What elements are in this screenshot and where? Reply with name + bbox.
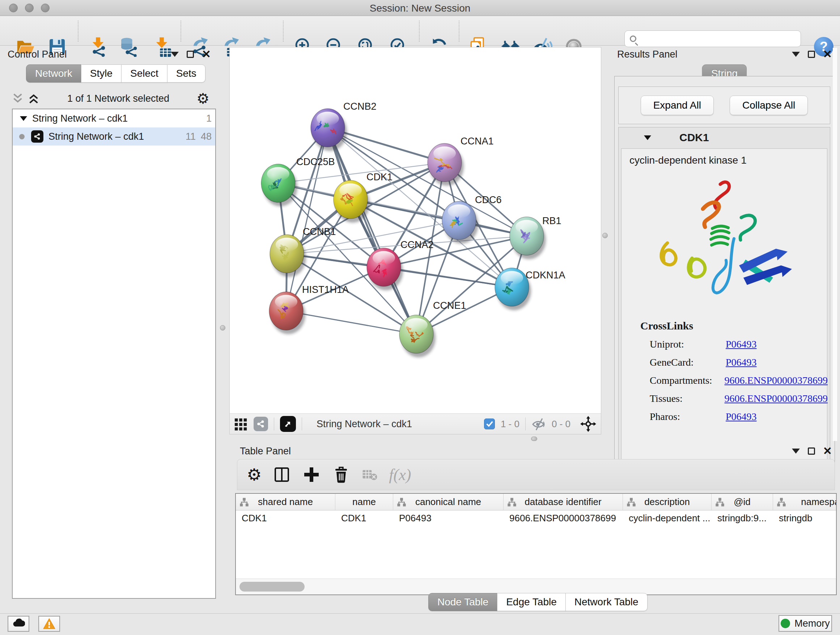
protein-section: CDK1 cyclin-dependent kinase 1	[618, 127, 830, 467]
column-header-description[interactable]: description	[623, 494, 712, 510]
search-box[interactable]	[624, 30, 801, 47]
tab-sets[interactable]: Sets	[167, 65, 205, 82]
collection-expand-caret-icon[interactable]	[20, 116, 27, 121]
network-view: CCNB2CCNA1CDC25BCDK1CDC6RB1CCNB1CCNA2CDK…	[229, 47, 601, 434]
bottom-splitter-handle[interactable]	[531, 437, 537, 441]
close-panel-icon[interactable]: ✕	[823, 51, 832, 58]
protein-section-header[interactable]: CDK1	[619, 127, 830, 148]
results-panel-title: Results Panel	[617, 49, 677, 60]
network-row-selected[interactable]: String Network – cdk1 11 48	[13, 127, 215, 146]
network-options-gear-icon[interactable]: ⚙	[196, 91, 210, 106]
selected-elements-checkbox[interactable]	[484, 418, 495, 429]
network-edge-count: 48	[201, 131, 212, 142]
collapse-panel-icon[interactable]	[171, 52, 179, 57]
protein-structure-image	[649, 174, 801, 312]
column-header-name[interactable]: name	[335, 494, 393, 510]
tab-style[interactable]: Style	[81, 65, 122, 82]
collapse-all-button[interactable]: Collapse All	[729, 96, 808, 115]
hidden-count: 0 - 0	[552, 418, 570, 430]
node-table: shared namenamecanonical namedatabase id…	[235, 493, 837, 595]
network-node-CDC6[interactable]	[442, 201, 478, 244]
add-column-icon[interactable]	[302, 465, 321, 484]
tab-node-table[interactable]: Node Table	[428, 593, 497, 611]
expand-all-button[interactable]: Expand All	[641, 96, 714, 115]
tab-network[interactable]: Network	[26, 65, 81, 82]
control-panel-tabs: Network Style Select Sets	[27, 65, 205, 82]
column-header-database-identifier[interactable]: database identifier	[504, 494, 623, 510]
table-cell[interactable]: cyclin-dependent ...	[623, 510, 712, 526]
table-panel: Table Panel ✕ ⚙ f(x) shared namenamecano…	[234, 445, 838, 616]
column-header-canonical-name[interactable]: canonical name	[393, 494, 504, 510]
table-cell[interactable]: CDK1	[236, 510, 335, 526]
collapse-panel-icon[interactable]	[792, 52, 800, 57]
toolbar-separator	[283, 21, 284, 42]
clear-table-icon[interactable]	[362, 466, 378, 483]
show-columns-icon[interactable]	[272, 465, 291, 484]
section-expand-caret-icon[interactable]	[644, 135, 651, 140]
close-panel-icon[interactable]: ✕	[202, 51, 211, 58]
tab-edge-table[interactable]: Edge Table	[497, 593, 566, 611]
tab-network-table[interactable]: Network Table	[565, 593, 647, 611]
string-view-icon[interactable]	[254, 417, 268, 431]
search-input[interactable]	[641, 33, 796, 44]
table-cell[interactable]: stringdb	[773, 510, 837, 526]
crosslink-link[interactable]: 9606.ENSP00000378699	[725, 375, 828, 386]
detach-view-icon[interactable]	[280, 416, 296, 432]
network-collection-row[interactable]: String Network – cdk1 1	[13, 109, 215, 127]
main-toolbar: ?	[0, 16, 840, 46]
crosslink-link[interactable]: P06493	[726, 411, 757, 423]
table-options-gear-icon[interactable]: ⚙	[247, 465, 262, 484]
results-panel: Results Panel ✕ String Expand All Collap…	[611, 47, 838, 442]
network-node-CDK1[interactable]	[333, 180, 370, 223]
column-header-label: description	[644, 496, 690, 508]
right-splitter-handle[interactable]	[602, 233, 608, 238]
table-header-row[interactable]: shared namenamecanonical namedatabase id…	[236, 494, 836, 510]
crosslink-row: Tissues:9606.ENSP00000378699	[622, 393, 828, 404]
network-canvas[interactable]: CCNB2CCNA1CDC25BCDK1CDC6RB1CCNB1CCNA2CDK…	[230, 48, 601, 413]
expand-all-icon[interactable]	[27, 92, 40, 105]
collapse-all-icon[interactable]	[11, 92, 24, 105]
network-node-HIST1H1A[interactable]	[269, 292, 305, 334]
column-header--id[interactable]: @id	[712, 494, 773, 510]
cloud-status-button[interactable]	[8, 616, 29, 632]
left-splitter-handle[interactable]	[220, 325, 225, 331]
column-header-namespace[interactable]: namespace	[773, 494, 837, 510]
table-horizontal-scrollbar[interactable]	[236, 578, 836, 594]
protein-name: CDK1	[679, 131, 709, 144]
column-header-shared-name[interactable]: shared name	[236, 494, 335, 510]
tab-select[interactable]: Select	[121, 65, 167, 82]
collapse-panel-icon[interactable]	[792, 448, 800, 454]
column-header-label: namespace	[801, 496, 837, 508]
close-panel-icon[interactable]: ✕	[823, 448, 832, 455]
crosslink-row: GeneCard:P06493	[622, 356, 828, 368]
grid-view-icon[interactable]	[234, 417, 248, 431]
birds-eye-view-icon[interactable]	[580, 416, 597, 432]
table-cell[interactable]: CDK1	[335, 510, 393, 526]
memory-button[interactable]: Memory	[778, 615, 832, 632]
scrollbar-thumb[interactable]	[240, 582, 305, 592]
column-type-icon	[627, 497, 636, 507]
float-panel-icon[interactable]	[808, 448, 815, 455]
table-cell[interactable]: P06493	[393, 510, 504, 526]
table-cell[interactable]: 9606.ENSP00000378699	[504, 510, 623, 526]
delete-column-icon[interactable]	[332, 465, 351, 484]
network-node-CCNA1[interactable]	[428, 143, 464, 186]
crosslink-link[interactable]: 9606.ENSP00000378699	[725, 393, 828, 404]
network-node-CDC25B[interactable]	[261, 164, 297, 206]
crosslink-link[interactable]: P06493	[726, 339, 757, 350]
function-builder-icon[interactable]: f(x)	[389, 466, 411, 484]
float-panel-icon[interactable]	[808, 51, 815, 58]
crosslink-row: Uniprot:P06493	[622, 339, 828, 350]
crosslink-link[interactable]: P06493	[726, 356, 757, 368]
results-scrollbar[interactable]	[833, 48, 837, 441]
hidden-elements-icon	[531, 417, 546, 431]
float-panel-icon[interactable]	[187, 51, 194, 58]
warning-status-button[interactable]	[38, 616, 60, 632]
node-label-CDKN1A: CDKN1A	[526, 270, 565, 280]
column-header-label: @id	[734, 496, 751, 508]
table-cell[interactable]: stringdb:9...	[712, 510, 773, 526]
network-node-CCNB2[interactable]	[311, 109, 347, 151]
network-node-CCNA2[interactable]	[367, 248, 403, 290]
table-row[interactable]: CDK1CDK1P064939606.ENSP00000378699cyclin…	[236, 510, 836, 526]
network-node-RB1[interactable]	[510, 217, 546, 259]
